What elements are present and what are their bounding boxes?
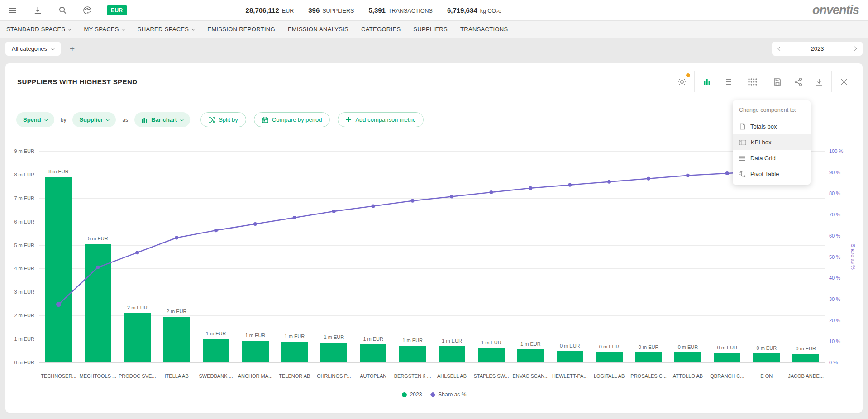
divider [694, 71, 695, 92]
bar[interactable] [85, 244, 111, 362]
legend-item-2023[interactable]: 2023 [402, 391, 422, 398]
list-view-icon[interactable] [717, 71, 738, 92]
bar[interactable] [281, 342, 308, 362]
split-by-button[interactable]: Split by [200, 112, 246, 127]
bar[interactable] [360, 344, 386, 362]
bar-group: 8 m EUR [39, 151, 78, 362]
divider [25, 4, 25, 17]
x-axis: TECHNOSER...MECHTOOLS ...PRODOC SVE...IT… [5, 373, 863, 379]
bar-value-label: 2 m EUR [157, 309, 196, 314]
nav-standard-spaces[interactable]: STANDARD SPACES [6, 26, 71, 33]
category-filter-dropdown[interactable]: All categories [5, 42, 61, 56]
bar-group: 0 m EUR [550, 151, 590, 362]
year-selector: 2023 [772, 42, 863, 56]
metric-dropdown[interactable]: Spend [16, 112, 54, 127]
legend-label: Share as % [438, 391, 466, 398]
bar-group: 1 m EUR [432, 151, 472, 362]
x-axis-label: QBRANCH C... [707, 373, 747, 379]
export-icon[interactable] [809, 71, 830, 92]
bar-value-label: 1 m EUR [511, 341, 550, 347]
currency-badge[interactable]: EUR [107, 5, 127, 15]
next-year-icon[interactable] [853, 47, 857, 51]
change-component-menu: Change component to: Totals box KPI box … [733, 100, 811, 185]
bar[interactable] [792, 354, 819, 362]
stat-co2e: 6,719,634 kg CO₂e [447, 6, 501, 14]
bar[interactable] [203, 339, 229, 362]
topbar-icon-cluster: EUR [7, 4, 127, 17]
components-grid-icon[interactable] [742, 71, 763, 92]
menu-item-label: KPI box [751, 139, 772, 146]
bar[interactable] [596, 352, 623, 362]
menu-item-pivot-table[interactable]: Pivot Table [733, 166, 811, 182]
bar-value-label: 1 m EUR [432, 338, 472, 343]
add-filter-button[interactable]: + [70, 44, 75, 54]
dimension-dropdown[interactable]: Supplier [72, 112, 116, 127]
nav-emission-reporting[interactable]: EMISSION REPORTING [207, 26, 275, 33]
bar-value-label: 0 m EUR [707, 345, 747, 350]
legend-item-share[interactable]: Share as % [431, 391, 466, 398]
gear-icon[interactable] [672, 71, 692, 92]
menu-item-totals-box[interactable]: Totals box [733, 119, 811, 134]
search-icon[interactable] [57, 5, 68, 16]
bar-value-label: 2 m EUR [118, 305, 157, 310]
stat-value: 6,719,634 [447, 6, 477, 14]
y-tick-left: 7 m EUR [14, 195, 34, 201]
bar[interactable] [478, 348, 505, 362]
legend-diamond-marker [430, 392, 436, 398]
bar[interactable] [674, 352, 701, 362]
bar-value-label: 0 m EUR [590, 344, 629, 349]
x-axis-label: BERGSTEN § ... [393, 373, 432, 379]
stat-unit: TRANSACTIONS [388, 8, 433, 14]
nav-shared-spaces[interactable]: SHARED SPACES [138, 26, 195, 33]
download-icon[interactable] [32, 5, 43, 16]
palette-icon[interactable] [82, 5, 93, 16]
bar-value-label: 1 m EUR [472, 340, 511, 345]
prev-year-icon[interactable] [778, 47, 782, 51]
menu-item-data-grid[interactable]: Data Grid [733, 150, 811, 166]
nav-my-spaces[interactable]: MY SPACES [84, 26, 124, 33]
add-comparison-metric-button[interactable]: Add comparison metric [338, 112, 424, 127]
bar[interactable] [557, 351, 583, 362]
bar-value-label: 0 m EUR [747, 345, 786, 351]
bar[interactable] [517, 349, 544, 362]
x-axis-label: LOGITALL AB [590, 373, 629, 379]
save-icon[interactable] [767, 71, 788, 92]
nav-suppliers[interactable]: SUPPLIERS [413, 26, 448, 33]
bar-chart-view-icon[interactable] [696, 71, 717, 92]
x-axis-label: ITELLA AB [157, 373, 196, 379]
x-axis-label: ATTOLLO AB [668, 373, 708, 379]
menu-item-kpi-box[interactable]: KPI box [733, 134, 811, 150]
menu-item-label: Pivot Table [750, 171, 779, 177]
bar[interactable] [163, 317, 190, 362]
calendar-icon [262, 117, 268, 123]
nav-emission-analysis[interactable]: EMISSION ANALYSIS [288, 26, 348, 33]
nav-label: CATEGORIES [361, 26, 401, 33]
y-tick-left: 6 m EUR [14, 219, 34, 224]
divider [831, 71, 832, 92]
close-icon[interactable] [834, 71, 854, 92]
bar[interactable] [714, 353, 740, 362]
share-icon[interactable] [788, 71, 809, 92]
menu-icon[interactable] [7, 5, 18, 16]
nav-label: EMISSION ANALYSIS [288, 26, 348, 33]
chart-type-dropdown[interactable]: Bar chart [134, 112, 190, 127]
y-tick-right: 10 % [829, 338, 840, 344]
bar[interactable] [635, 352, 662, 362]
bar[interactable] [753, 353, 780, 362]
metric-label: Spend [23, 116, 41, 123]
bar[interactable] [399, 346, 426, 362]
bar-group: 5 m EUR [78, 151, 118, 362]
nav-transactions[interactable]: TRANSACTIONS [460, 26, 508, 33]
bar[interactable] [45, 177, 72, 362]
conjunction-as: as [122, 117, 128, 123]
nav-categories[interactable]: CATEGORIES [361, 26, 401, 33]
bar-group: 0 m EUR [629, 151, 668, 362]
bar[interactable] [242, 341, 268, 362]
bar[interactable] [439, 346, 465, 362]
bar[interactable] [320, 343, 347, 362]
bar[interactable] [124, 313, 151, 362]
x-axis-label: HEWLETT-PA... [550, 373, 590, 379]
compare-by-period-button[interactable]: Compare by period [254, 112, 330, 127]
summary-stats: 28,706,112 EUR 396 SUPPLIERS 5,391 TRANS… [246, 6, 501, 14]
x-axis-label: ANCHOR MA... [236, 373, 275, 379]
